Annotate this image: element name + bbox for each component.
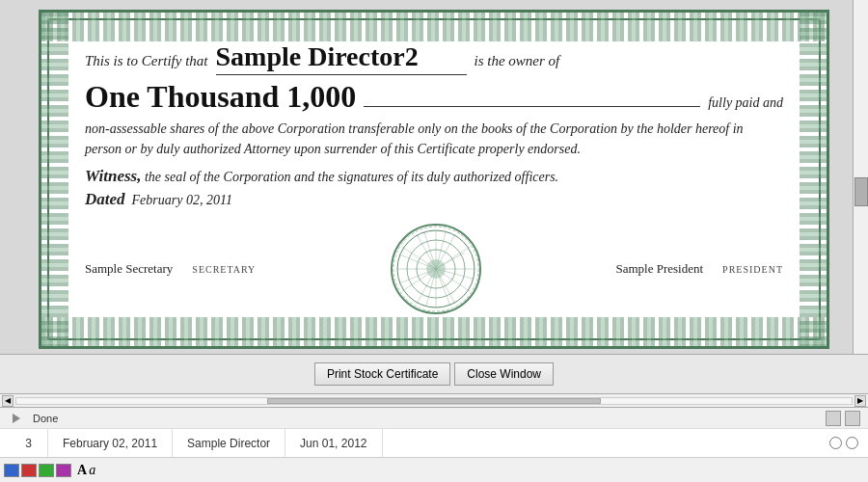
dated-word: Dated xyxy=(85,190,125,208)
swatch-1[interactable] xyxy=(4,464,19,477)
scroll-thumb[interactable] xyxy=(854,177,868,206)
cert-shares: One Thousand 1,000 xyxy=(85,79,356,115)
table-cell-director: Sample Director xyxy=(173,429,285,457)
nav-icon xyxy=(10,412,23,425)
cert-shares-underline xyxy=(364,105,700,107)
print-button[interactable]: Print Stock Certificate xyxy=(314,362,450,386)
cert-witness-line: Witness, the seal of the Corporation and… xyxy=(85,167,783,186)
sig-secretary: Sample Secretary SECRETARY xyxy=(85,261,256,277)
cert-seal xyxy=(388,221,484,317)
toolbar-row: A a xyxy=(0,457,868,482)
toolbar-icon-group: A a xyxy=(77,463,95,478)
cert-intro-text: This is to Certify that xyxy=(85,53,208,69)
toolbar-text-icon: A xyxy=(77,463,87,478)
scroll-right-btn[interactable]: ▶ xyxy=(854,395,866,407)
president-title: PRESIDENT xyxy=(722,264,783,275)
swatch-4[interactable] xyxy=(56,464,71,477)
cert-signatures: Sample Secretary SECRETARY xyxy=(85,221,783,317)
vertical-scrollbar[interactable] xyxy=(853,0,868,354)
toolbar-italic-icon: a xyxy=(89,463,95,478)
scroll-thumb-h xyxy=(267,398,601,404)
radio-area xyxy=(829,437,858,449)
svg-point-24 xyxy=(426,259,446,279)
witness-word: Witness, xyxy=(85,167,141,185)
status-icon-2 xyxy=(845,411,860,426)
swatch-2[interactable] xyxy=(21,464,37,477)
svg-marker-26 xyxy=(13,414,20,423)
scroll-track xyxy=(15,397,853,405)
cert-content: This is to Certify that Sample Director2… xyxy=(70,32,798,327)
cert-body-text: non-assessable shares of the above Corpo… xyxy=(85,119,783,159)
cert-dated-line: Dated February 02, 2011 xyxy=(85,190,783,209)
seal-svg xyxy=(388,221,484,317)
sig-president: Sample President PRESIDENT xyxy=(615,261,783,277)
status-text: Done xyxy=(33,413,58,424)
buttons-area: Print Stock Certificate Close Window xyxy=(0,354,868,393)
table-cell-num: 3 xyxy=(10,429,48,457)
certificate-area: This is to Certify that Sample Director2… xyxy=(0,0,868,354)
status-right-icons xyxy=(826,411,860,426)
certificate: This is to Certify that Sample Director2… xyxy=(39,10,829,349)
status-icon xyxy=(8,410,25,427)
close-button[interactable]: Close Window xyxy=(454,362,554,386)
secretary-title: SECRETARY xyxy=(192,264,256,275)
radio-2[interactable] xyxy=(846,437,858,449)
cert-director-name: Sample Director2 xyxy=(216,41,467,75)
swatch-3[interactable] xyxy=(39,464,54,477)
cert-paid-text: fully paid and xyxy=(708,95,783,111)
cert-owner-text: is the owner of xyxy=(475,53,560,69)
scroll-left-btn[interactable]: ◀ xyxy=(2,395,14,407)
browser-window: This is to Certify that Sample Director2… xyxy=(0,0,868,482)
cert-date-value: February 02, 2011 xyxy=(132,193,232,207)
horizontal-scrollbar[interactable]: ◀ ▶ xyxy=(0,393,868,407)
president-name: Sample President xyxy=(615,261,703,277)
status-icon-1 xyxy=(826,411,841,426)
table-cell-date2: Jun 01, 2012 xyxy=(285,429,382,457)
lace-border-left xyxy=(41,13,68,346)
secretary-name: Sample Secretary xyxy=(85,261,173,277)
cert-shares-line: One Thousand 1,000 fully paid and xyxy=(85,79,783,115)
table-cell-date1: February 02, 2011 xyxy=(48,429,173,457)
status-bar: Done xyxy=(0,407,868,428)
radio-1[interactable] xyxy=(829,437,842,449)
cert-title-line: This is to Certify that Sample Director2… xyxy=(85,41,783,75)
table-row: 3 February 02, 2011 Sample Director Jun … xyxy=(0,428,868,457)
cert-witness-text: the seal of the Corporation and the sign… xyxy=(145,170,558,184)
lace-border-right xyxy=(800,13,827,346)
